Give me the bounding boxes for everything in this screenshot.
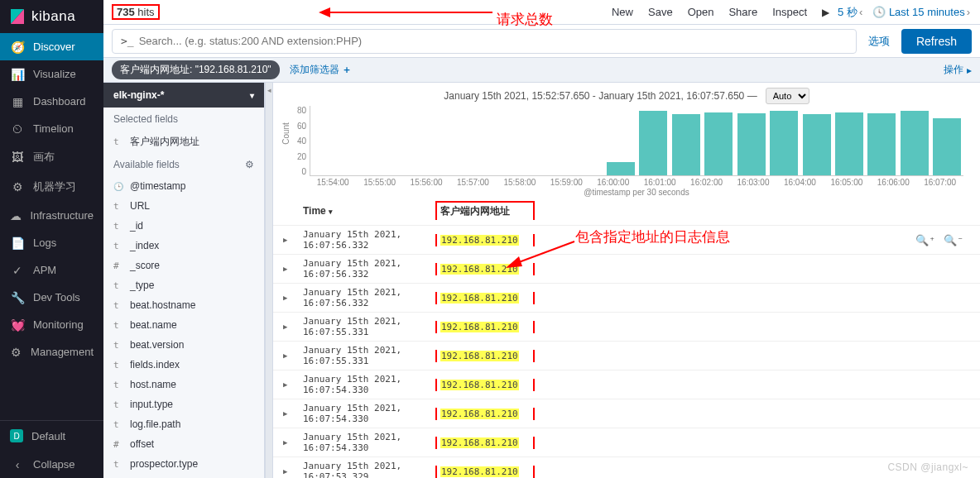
- filter-pill[interactable]: 客户端内网地址: "192.168.81.210": [112, 60, 280, 79]
- monitoring-icon: 💓: [10, 319, 25, 331]
- histogram-bar[interactable]: [639, 111, 667, 175]
- available-field[interactable]: tfields.index: [103, 355, 264, 375]
- timelion-icon: ⏲: [10, 123, 25, 135]
- collapse-nav[interactable]: ‹ Collapse: [0, 451, 103, 478]
- nav-dashboard[interactable]: ▦Dashboard: [0, 88, 103, 115]
- left-nav: kibana 🧭Discover📊Visualize▦Dashboard⏲Tim…: [0, 0, 103, 478]
- available-field[interactable]: #_score: [103, 256, 264, 275]
- dev tools-icon: 🔧: [10, 292, 25, 304]
- available-field[interactable]: tsource: [103, 474, 264, 478]
- available-field[interactable]: tlog.file.path: [103, 414, 264, 434]
- expand-icon[interactable]: ▶: [283, 438, 293, 447]
- watermark: CSDN @jiangxl~: [887, 461, 968, 473]
- expand-icon[interactable]: ▶: [283, 380, 293, 389]
- top-link-save[interactable]: Save: [648, 6, 673, 18]
- available-field[interactable]: tinput.type: [103, 394, 264, 414]
- zoom-out-icon[interactable]: 🔍⁻: [944, 234, 963, 246]
- nav-visualize[interactable]: 📊Visualize: [0, 60, 103, 88]
- options-link[interactable]: 选项: [868, 34, 890, 49]
- play-icon[interactable]: ▶: [822, 7, 829, 18]
- histogram-bar[interactable]: [607, 162, 635, 175]
- time-range[interactable]: 🕓 Last 15 minutes›: [872, 6, 972, 18]
- table-row[interactable]: ▶January 15th 2021, 16:07:55.331192.168.…: [273, 342, 980, 370]
- table-row[interactable]: ▶January 15th 2021, 16:07:56.332192.168.…: [273, 284, 980, 313]
- nav-timelion[interactable]: ⏲Timelion: [0, 115, 103, 142]
- caret-down-icon: ▾: [250, 91, 254, 100]
- table-row[interactable]: ▶January 15th 2021, 16:07:54.330192.168.…: [273, 370, 980, 399]
- expand-icon[interactable]: ▶: [283, 265, 293, 273]
- search-input[interactable]: >_: [112, 29, 857, 54]
- discover-icon: 🧭: [10, 41, 25, 53]
- histogram-bar[interactable]: [901, 111, 929, 175]
- sidebar-collapse-handle[interactable]: ◂: [265, 83, 273, 478]
- expand-icon[interactable]: ▶: [283, 351, 293, 360]
- top-link-new[interactable]: New: [612, 6, 633, 18]
- refresh-button[interactable]: Refresh: [901, 29, 972, 54]
- table-row[interactable]: ▶January 15th 2021, 16:07:55.331192.168.…: [273, 313, 980, 342]
- chevron-right-icon: ▸: [967, 65, 972, 76]
- histogram-bar[interactable]: [672, 114, 700, 175]
- table-row[interactable]: ▶January 15th 2021, 16:07:53.329192.168.…: [273, 457, 980, 478]
- nav-monitoring[interactable]: 💓Monitoring: [0, 311, 103, 338]
- table-row[interactable]: ▶January 15th 2021, 16:07:54.330192.168.…: [273, 428, 980, 457]
- logs-icon: 📄: [10, 237, 25, 249]
- histogram-chart[interactable]: Count 806040200 15:54:0015:55:0015:56:00…: [310, 106, 963, 193]
- available-field[interactable]: tURL: [103, 196, 264, 216]
- infrastructure-icon: ☁: [10, 210, 22, 222]
- clock-icon: 🕓: [872, 6, 886, 18]
- available-field[interactable]: tbeat.hostname: [103, 295, 264, 315]
- available-field[interactable]: tbeat.version: [103, 335, 264, 355]
- top-link-share[interactable]: Share: [728, 6, 757, 18]
- available-field[interactable]: tprospector.type: [103, 454, 264, 474]
- nav-dev tools[interactable]: 🔧Dev Tools: [0, 284, 103, 311]
- nav-apm[interactable]: ✓APM: [0, 256, 103, 284]
- nav-infrastructure[interactable]: ☁Infrastructure: [0, 202, 103, 229]
- histogram-bar[interactable]: [737, 113, 766, 175]
- nav-机器学习[interactable]: ⚙机器学习: [0, 172, 103, 202]
- available-field[interactable]: 🕒@timestamp: [103, 176, 264, 196]
- available-field[interactable]: t_type: [103, 275, 264, 295]
- visualize-icon: 📊: [10, 69, 25, 80]
- query-input[interactable]: [139, 35, 848, 47]
- table-row[interactable]: ▶January 15th 2021, 16:07:56.332192.168.…: [273, 226, 980, 255]
- histogram-bar[interactable]: [867, 113, 896, 175]
- selected-field[interactable]: t客户端内网地址: [103, 131, 264, 153]
- available-field[interactable]: t_index: [103, 236, 264, 256]
- histogram-bar[interactable]: [835, 112, 863, 176]
- histogram-bar[interactable]: [803, 114, 831, 175]
- nav-logs[interactable]: 📄Logs: [0, 229, 103, 256]
- table-row[interactable]: ▶January 15th 2021, 16:07:56.332192.168.…: [273, 255, 980, 284]
- available-field[interactable]: thost.name: [103, 375, 264, 394]
- expand-icon[interactable]: ▶: [283, 294, 293, 302]
- top-link-inspect[interactable]: Inspect: [772, 6, 807, 18]
- dashboard-icon: ▦: [10, 96, 25, 108]
- gear-icon[interactable]: ⚙: [245, 159, 254, 170]
- selected-fields-header: Selected fields: [103, 108, 264, 131]
- kibana-logo-icon: [10, 8, 25, 25]
- zoom-in-icon[interactable]: 🔍⁺: [915, 234, 935, 246]
- histogram-bar[interactable]: [770, 111, 798, 175]
- index-pattern-select[interactable]: elk-nginx-*▾: [103, 83, 264, 108]
- col-ip-header[interactable]: 客户端内网地址: [435, 201, 535, 220]
- col-time-header[interactable]: Time ▾: [303, 205, 435, 217]
- nav-画布[interactable]: 🖼画布: [0, 142, 103, 172]
- histogram-bar[interactable]: [933, 118, 961, 175]
- available-field[interactable]: tbeat.name: [103, 315, 264, 335]
- expand-icon[interactable]: ▶: [283, 409, 293, 418]
- add-filter[interactable]: 添加筛选器 ＋: [290, 63, 352, 77]
- filter-actions[interactable]: 操作 ▸: [944, 63, 972, 77]
- space-default[interactable]: DDefault: [0, 421, 103, 451]
- refresh-interval[interactable]: 5 秒‹: [838, 5, 864, 20]
- table-header: Time ▾ 客户端内网地址: [273, 196, 980, 226]
- interval-select[interactable]: Auto: [766, 88, 809, 104]
- histogram-bar[interactable]: [704, 112, 733, 176]
- top-link-open[interactable]: Open: [688, 6, 714, 18]
- available-field[interactable]: t_id: [103, 216, 264, 236]
- expand-icon[interactable]: ▶: [283, 467, 293, 476]
- nav-management[interactable]: ⚙Management: [0, 338, 103, 366]
- table-row[interactable]: ▶January 15th 2021, 16:07:54.330192.168.…: [273, 399, 980, 428]
- nav-discover[interactable]: 🧭Discover: [0, 33, 103, 60]
- expand-icon[interactable]: ▶: [283, 236, 293, 244]
- available-field[interactable]: #offset: [103, 434, 264, 454]
- expand-icon[interactable]: ▶: [283, 323, 293, 331]
